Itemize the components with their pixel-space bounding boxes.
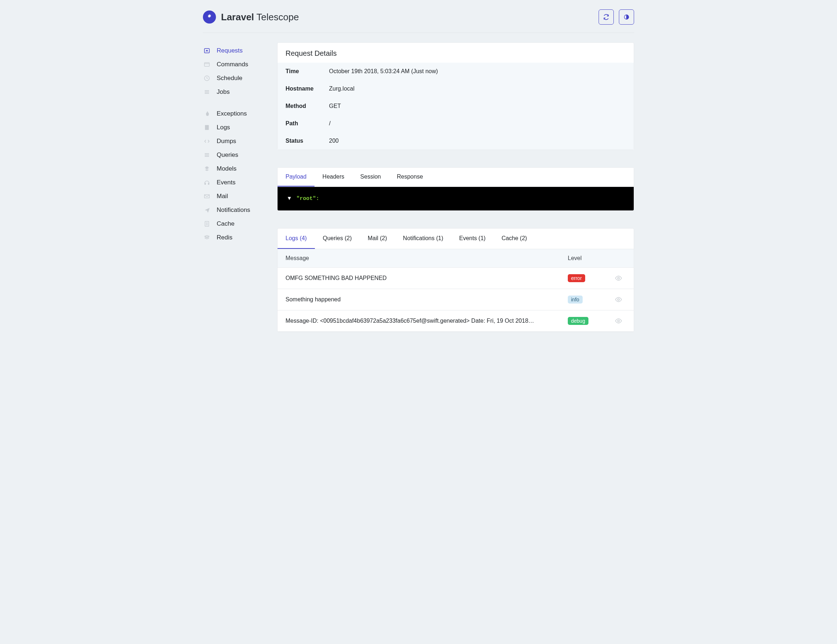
jobs-icon [203,88,211,96]
svg-rect-2 [204,63,209,67]
view-icon[interactable] [615,317,622,324]
subtab-notifications----[interactable]: Notifications (1) [395,229,451,249]
requests-icon [203,47,211,55]
sidebar-item-label: Notifications [217,206,250,214]
log-row: Message-ID: <00951bcdaf4b63972a5a233fa6c… [277,310,634,332]
sidebar-item-mail[interactable]: Mail [203,189,277,203]
sidebar-item-cache[interactable]: Cache [203,217,277,231]
card-title: Request Details [277,43,634,63]
log-table-header: Message Level [277,249,634,268]
sidebar: RequestsCommandsScheduleJobs ExceptionsL… [203,43,277,332]
subtab-logs----[interactable]: Logs (4) [277,229,315,249]
sidebar-item-label: Schedule [217,75,243,82]
logs-icon [203,123,211,131]
sidebar-item-label: Dumps [217,138,236,145]
details-label: Hostname [286,85,329,92]
exceptions-icon [203,110,211,118]
brand-title: Laravel Telescope [221,11,299,23]
sidebar-item-notifications[interactable]: Notifications [203,203,277,217]
notifications-icon [203,206,211,214]
brand: Laravel Telescope [203,10,299,23]
sidebar-item-requests[interactable]: Requests [203,44,277,57]
details-value: October 19th 2018, 5:03:24 AM (Just now) [329,68,438,75]
subtab-queries----[interactable]: Queries (2) [315,229,360,249]
details-row: MethodGET [277,97,634,115]
sidebar-item-label: Queries [217,151,238,159]
refresh-icon [603,14,609,20]
log-row: OMFG SOMETHING BAD HAPPENEDerror [277,268,634,289]
json-root-key: "root": [296,196,319,202]
sidebar-item-events[interactable]: Events [203,176,277,189]
sidebar-item-label: Redis [217,234,232,241]
related-entries-card: Logs (4)Queries (2)Mail (2)Notifications… [277,228,634,332]
redis-icon [203,234,211,242]
sidebar-item-dumps[interactable]: Dumps [203,134,277,148]
log-row: Something happenedinfo [277,289,634,310]
refresh-button[interactable] [599,10,614,25]
details-label: Time [286,68,329,75]
sidebar-item-label: Cache [217,220,235,228]
payload-code-block: ▼ "root": [277,187,634,210]
sidebar-item-queries[interactable]: Queries [203,148,277,162]
tab-payload[interactable]: Payload [277,168,315,187]
level-badge: debug [568,317,588,325]
theme-toggle-button[interactable] [619,10,634,25]
details-value: Zurg.local [329,85,354,92]
sidebar-item-label: Events [217,179,236,186]
view-icon[interactable] [615,275,622,282]
main-content: Request Details TimeOctober 19th 2018, 5… [277,43,634,332]
sidebar-item-label: Models [217,165,236,172]
details-value: / [329,120,330,127]
svg-point-6 [618,277,620,279]
details-value: GET [329,103,341,110]
sidebar-item-redis[interactable]: Redis [203,231,277,244]
log-message: Message-ID: <00951bcdaf4b63972a5a233fa6c… [286,318,568,324]
log-header-level: Level [568,255,611,262]
log-header-message: Message [286,255,568,262]
sidebar-item-jobs[interactable]: Jobs [203,85,277,99]
tab-response[interactable]: Response [389,168,431,187]
sidebar-item-label: Exceptions [217,110,247,117]
subtab-mail----[interactable]: Mail (2) [360,229,395,249]
dumps-icon [203,137,211,145]
log-message: OMFG SOMETHING BAD HAPPENED [286,275,568,282]
svg-rect-4 [205,125,209,130]
level-badge: info [568,295,583,303]
level-badge: error [568,274,585,282]
details-row: HostnameZurg.local [277,80,634,97]
subtab-events----[interactable]: Events (1) [451,229,494,249]
sidebar-item-label: Logs [217,124,230,131]
sidebar-item-logs[interactable]: Logs [203,121,277,134]
telescope-logo-icon [203,10,216,23]
view-icon[interactable] [615,296,622,303]
header-actions [599,10,634,25]
sidebar-item-exceptions[interactable]: Exceptions [203,107,277,121]
sidebar-item-label: Jobs [217,88,230,96]
details-label: Method [286,103,329,110]
queries-icon [203,151,211,159]
sidebar-item-commands[interactable]: Commands [203,57,277,71]
details-value: 200 [329,138,339,144]
sidebar-item-label: Requests [217,47,243,54]
sidebar-item-schedule[interactable]: Schedule [203,71,277,85]
sidebar-item-models[interactable]: Models [203,162,277,176]
models-icon [203,165,211,173]
sidebar-item-label: Commands [217,61,248,68]
payload-card: PayloadHeadersSessionResponse ▼ "root": [277,167,634,211]
log-message: Something happened [286,296,568,303]
details-label: Status [286,138,329,144]
schedule-icon [203,74,211,82]
cache-icon [203,220,211,228]
details-row: Path/ [277,115,634,132]
chevron-down-icon[interactable]: ▼ [288,196,291,202]
payload-tabs: PayloadHeadersSessionResponse [277,168,634,187]
svg-point-8 [618,320,620,322]
header: Laravel Telescope [203,0,634,33]
subtab-cache----[interactable]: Cache (2) [494,229,535,249]
tab-headers[interactable]: Headers [315,168,352,187]
tab-session[interactable]: Session [352,168,389,187]
related-tabs: Logs (4)Queries (2)Mail (2)Notifications… [277,229,634,249]
sidebar-item-label: Mail [217,193,228,200]
mail-icon [203,192,211,200]
details-label: Path [286,120,329,127]
